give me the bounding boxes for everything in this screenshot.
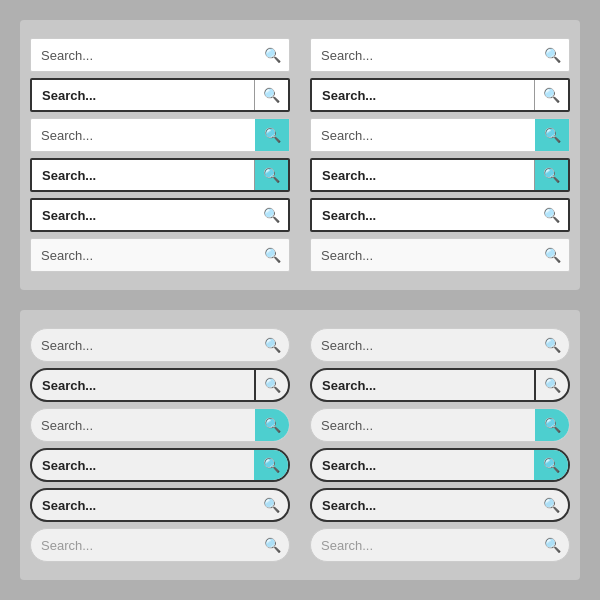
search-button-br3[interactable]: 🔍: [535, 409, 569, 441]
search-input-r6[interactable]: [311, 239, 535, 271]
search-input-b3[interactable]: [31, 409, 255, 441]
search-bar-r5: 🔍: [310, 198, 570, 232]
main-container: 🔍 🔍 🔍 🔍 🔍 🔍: [20, 20, 580, 580]
search-button-2[interactable]: 🔍: [254, 80, 288, 110]
top-right-column: 🔍 🔍 🔍 🔍 🔍 🔍: [310, 35, 570, 275]
search-button-5[interactable]: 🔍: [254, 200, 288, 230]
search-input-br5[interactable]: [312, 490, 534, 520]
search-input-r5[interactable]: [312, 200, 534, 230]
search-bar-2: 🔍: [30, 78, 290, 112]
search-input-2[interactable]: [32, 80, 254, 110]
search-button-r1[interactable]: 🔍: [535, 39, 569, 71]
search-bar-br5: 🔍: [310, 488, 570, 522]
search-input-3[interactable]: [31, 119, 255, 151]
search-input-b4[interactable]: [32, 450, 254, 480]
search-input-1[interactable]: [31, 39, 255, 71]
bottom-section: 🔍 🔍 🔍 🔍 🔍 🔍: [20, 310, 580, 580]
search-button-r4[interactable]: 🔍: [534, 160, 568, 190]
search-bar-6: 🔍: [30, 238, 290, 272]
bottom-right-column: 🔍 🔍 🔍 🔍 🔍 🔍: [310, 325, 570, 565]
search-bar-b2: 🔍: [30, 368, 290, 402]
search-bar-br3: 🔍: [310, 408, 570, 442]
search-bar-br6: 🔍: [310, 528, 570, 562]
search-input-r2[interactable]: [312, 80, 534, 110]
search-bar-r1: 🔍: [310, 38, 570, 72]
top-left-column: 🔍 🔍 🔍 🔍 🔍 🔍: [30, 35, 290, 275]
search-button-b1[interactable]: 🔍: [255, 329, 289, 361]
search-input-r4[interactable]: [312, 160, 534, 190]
search-button-b4[interactable]: 🔍: [254, 450, 288, 480]
search-bar-3: 🔍: [30, 118, 290, 152]
search-bar-r2: 🔍: [310, 78, 570, 112]
search-bar-b1: 🔍: [30, 328, 290, 362]
search-button-6[interactable]: 🔍: [255, 239, 289, 271]
search-button-b5[interactable]: 🔍: [254, 490, 288, 520]
search-input-b6[interactable]: [31, 529, 255, 561]
search-input-br1[interactable]: [311, 329, 535, 361]
search-input-r3[interactable]: [311, 119, 535, 151]
search-button-b6[interactable]: 🔍: [255, 529, 289, 561]
search-button-1[interactable]: 🔍: [255, 39, 289, 71]
search-button-4[interactable]: 🔍: [254, 160, 288, 190]
top-section: 🔍 🔍 🔍 🔍 🔍 🔍: [20, 20, 580, 290]
search-bar-r3: 🔍: [310, 118, 570, 152]
search-bar-r4: 🔍: [310, 158, 570, 192]
search-button-r6[interactable]: 🔍: [535, 239, 569, 271]
search-input-b5[interactable]: [32, 490, 254, 520]
search-bar-4: 🔍: [30, 158, 290, 192]
search-button-br5[interactable]: 🔍: [534, 490, 568, 520]
search-input-5[interactable]: [32, 200, 254, 230]
search-button-r3[interactable]: 🔍: [535, 119, 569, 151]
search-button-br2[interactable]: 🔍: [534, 370, 568, 400]
search-button-3[interactable]: 🔍: [255, 119, 289, 151]
search-bar-b6: 🔍: [30, 528, 290, 562]
search-bar-b5: 🔍: [30, 488, 290, 522]
search-bar-r6: 🔍: [310, 238, 570, 272]
search-button-br1[interactable]: 🔍: [535, 329, 569, 361]
search-bar-br4: 🔍: [310, 448, 570, 482]
search-button-b3[interactable]: 🔍: [255, 409, 289, 441]
search-input-b2[interactable]: [32, 370, 254, 400]
search-button-br4[interactable]: 🔍: [534, 450, 568, 480]
search-button-r2[interactable]: 🔍: [534, 80, 568, 110]
search-bar-br1: 🔍: [310, 328, 570, 362]
search-input-br4[interactable]: [312, 450, 534, 480]
search-bar-5: 🔍: [30, 198, 290, 232]
search-input-6[interactable]: [31, 239, 255, 271]
search-input-4[interactable]: [32, 160, 254, 190]
search-button-br6[interactable]: 🔍: [535, 529, 569, 561]
search-input-r1[interactable]: [311, 39, 535, 71]
search-input-br6[interactable]: [311, 529, 535, 561]
search-bar-b3: 🔍: [30, 408, 290, 442]
search-input-br2[interactable]: [312, 370, 534, 400]
bottom-left-column: 🔍 🔍 🔍 🔍 🔍 🔍: [30, 325, 290, 565]
search-bar-br2: 🔍: [310, 368, 570, 402]
search-bar-1: 🔍: [30, 38, 290, 72]
search-button-r5[interactable]: 🔍: [534, 200, 568, 230]
search-input-b1[interactable]: [31, 329, 255, 361]
search-input-br3[interactable]: [311, 409, 535, 441]
search-button-b2[interactable]: 🔍: [254, 370, 288, 400]
search-bar-b4: 🔍: [30, 448, 290, 482]
